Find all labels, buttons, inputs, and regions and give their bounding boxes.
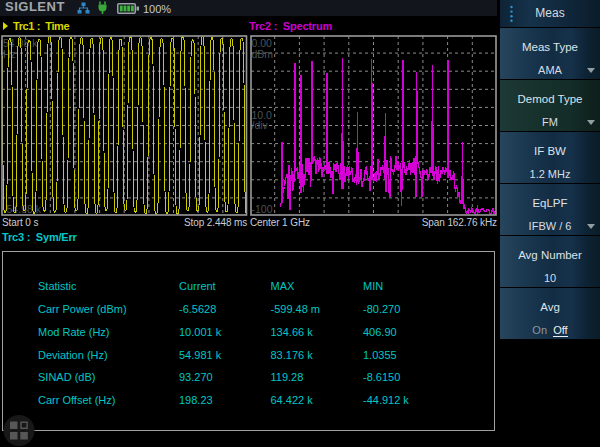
svg-text:Hz: Hz: [3, 48, 16, 60]
svg-text:-100: -100: [252, 203, 273, 215]
svg-text:/div: /div: [252, 119, 269, 131]
svg-text:dBm: dBm: [252, 48, 274, 60]
